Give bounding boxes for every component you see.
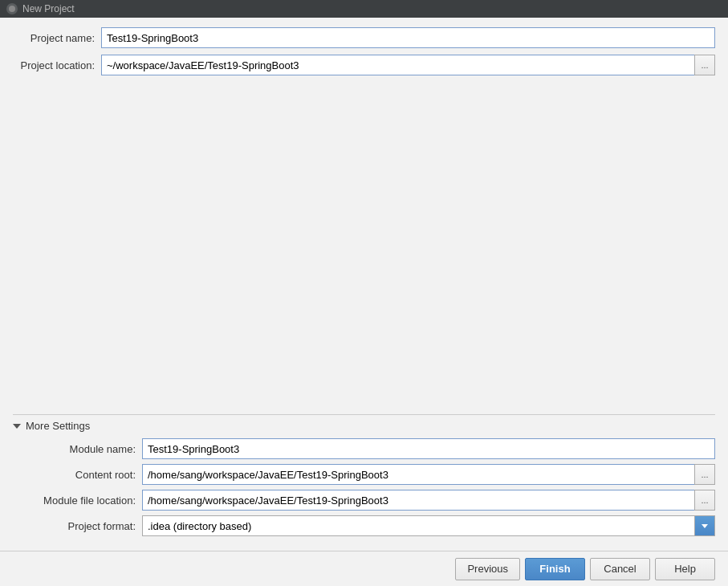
cancel-button[interactable]: Cancel — [590, 558, 650, 580]
content-root-row: Content root: ... — [26, 464, 715, 485]
previous-button[interactable]: Previous — [455, 558, 520, 580]
more-settings-section: More Settings Module name: Content root:… — [13, 414, 715, 541]
project-location-input[interactable] — [101, 55, 694, 75]
project-location-label: Project location: — [13, 59, 101, 71]
content-root-browse-button[interactable]: ... — [694, 464, 715, 485]
dropdown-arrow-icon — [702, 524, 708, 528]
expand-icon — [13, 424, 21, 429]
project-location-field: ... — [101, 55, 715, 75]
project-location-browse-button[interactable]: ... — [694, 55, 715, 75]
content-spacer — [13, 82, 715, 414]
module-file-location-label: Module file location: — [26, 494, 142, 507]
window-icon — [6, 3, 18, 14]
project-format-row: Project format: — [26, 515, 715, 536]
module-file-location-input[interactable] — [142, 490, 694, 511]
more-settings-toggle[interactable]: More Settings — [13, 420, 715, 432]
button-bar: Previous Finish Cancel Help — [0, 551, 728, 586]
module-name-row: Module name: — [26, 438, 715, 459]
more-settings-label: More Settings — [26, 420, 90, 432]
help-button[interactable]: Help — [655, 558, 715, 580]
module-file-location-browse-button[interactable]: ... — [694, 490, 715, 511]
finish-button[interactable]: Finish — [525, 558, 585, 580]
module-file-location-field: ... — [142, 490, 715, 511]
project-location-row: Project location: ... — [13, 55, 715, 75]
module-name-input[interactable] — [142, 438, 715, 459]
window-title: New Project — [22, 3, 75, 14]
new-project-window: New Project Project name: Project locati… — [0, 0, 728, 586]
project-name-label: Project name: — [13, 32, 101, 44]
project-format-input[interactable] — [142, 515, 694, 536]
content-root-label: Content root: — [26, 469, 142, 481]
project-name-input[interactable] — [101, 27, 715, 48]
content-root-input[interactable] — [142, 464, 694, 485]
project-format-dropdown-button[interactable] — [694, 515, 715, 536]
module-file-location-row: Module file location: ... — [26, 490, 715, 511]
content-root-field: ... — [142, 464, 715, 485]
project-format-label: Project format: — [26, 520, 142, 532]
svg-point-0 — [9, 6, 15, 12]
project-name-row: Project name: — [13, 27, 715, 48]
module-name-label: Module name: — [26, 443, 142, 455]
dialog-content: Project name: Project location: ... More… — [0, 18, 728, 551]
project-format-field — [142, 515, 715, 536]
title-bar: New Project — [0, 0, 728, 18]
more-settings-fields: Module name: Content root: ... Module fi… — [13, 438, 715, 536]
